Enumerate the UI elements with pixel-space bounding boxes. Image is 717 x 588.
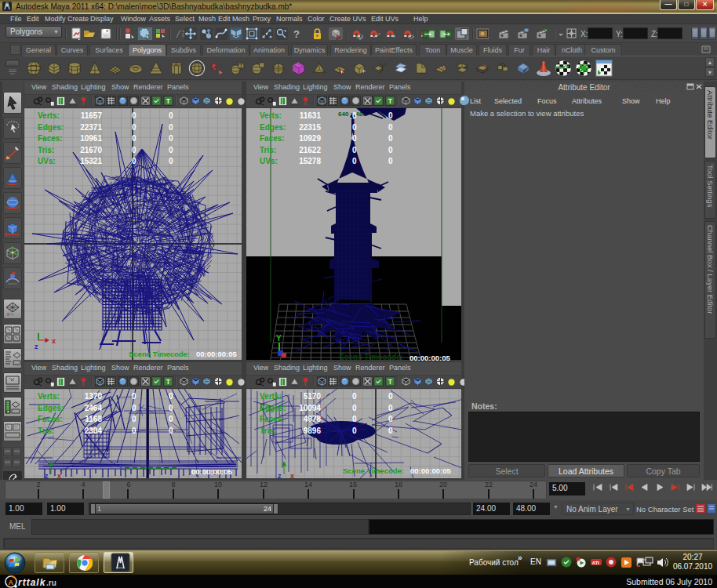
svg-text:z: z (45, 472, 49, 479)
svg-text:z: z (278, 472, 282, 479)
svg-text:T: T (166, 378, 170, 386)
svg-text:x: x (52, 337, 56, 345)
svg-text:T: T (388, 378, 392, 386)
svg-text:?: ? (293, 28, 300, 40)
svg-text:rttalk: rttalk (18, 577, 46, 588)
svg-text:Scene Timecode:: Scene Timecode: (339, 353, 403, 360)
svg-text:x: x (57, 472, 61, 479)
svg-text:T: T (388, 97, 392, 105)
svg-text:Y: Y (276, 334, 282, 343)
svg-text:A: A (9, 579, 14, 586)
svg-text:.ru: .ru (46, 579, 56, 587)
svg-text:ATI: ATI (592, 561, 600, 565)
svg-text:x: x (290, 472, 294, 479)
svg-text:z: z (35, 343, 38, 350)
svg-text:T: T (166, 97, 170, 105)
